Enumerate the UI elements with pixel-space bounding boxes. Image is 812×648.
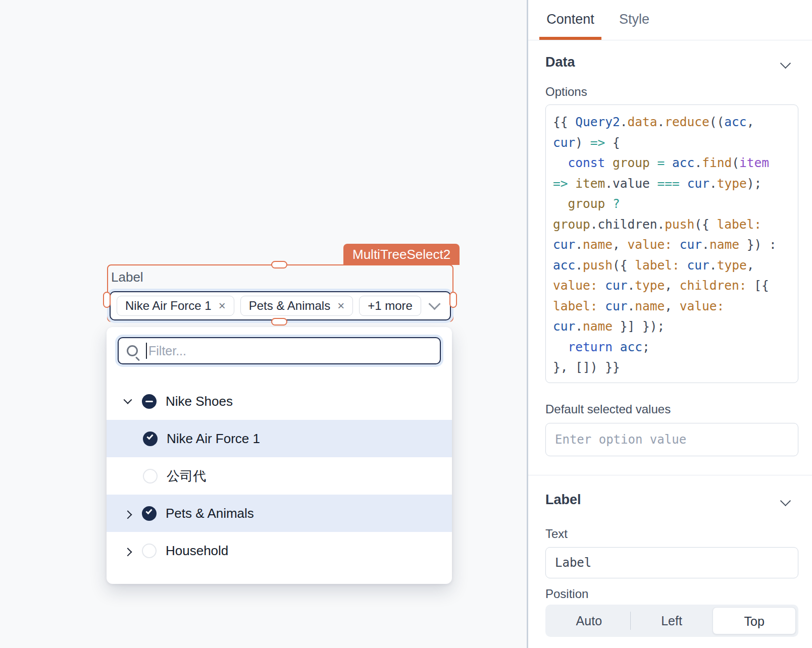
code-line: => item.value === cur.type); [553, 174, 798, 194]
chevron-down-icon[interactable] [780, 58, 791, 69]
tree-item-label: Pets & Animals [166, 506, 254, 521]
tree-item-label: Nike Air Force 1 [167, 431, 260, 447]
tab-content[interactable]: Content [539, 0, 601, 40]
checkbox-unchecked[interactable] [142, 544, 157, 558]
label-section-title: Label [545, 492, 581, 508]
remove-chip-icon[interactable]: × [337, 300, 344, 312]
widget-label: Label [111, 269, 143, 285]
search-icon [127, 345, 138, 356]
tree-item[interactable]: Nike Shoes [107, 383, 452, 420]
section-divider [528, 475, 812, 475]
options-tree: Nike ShoesNike Air Force 1公司代Pets & Anim… [107, 383, 452, 569]
position-label: Position [545, 587, 588, 601]
text-label: Text [545, 527, 568, 541]
code-line: const group = acc.find(item [553, 153, 798, 174]
chip-label: Nike Air Force 1 [125, 299, 212, 313]
checkbox-checked[interactable] [142, 506, 157, 521]
chevron-right-icon[interactable] [124, 510, 132, 519]
code-line: cur) => { [553, 133, 798, 153]
position-segmented-control: AutoLeftTop [545, 605, 798, 637]
dropdown-panel: Nike ShoesNike Air Force 1公司代Pets & Anim… [107, 327, 452, 584]
tree-item-label: Nike Shoes [166, 394, 233, 409]
tree-item[interactable]: 公司代 [107, 457, 452, 495]
multiselect-control[interactable]: Nike Air Force 1×Pets & Animals×+1 more [110, 291, 451, 320]
code-line: cur.name }] }); [553, 316, 798, 337]
inspector-panel: Content Style Data Options {{ Query2.dat… [527, 0, 812, 648]
tree-item[interactable]: Household [107, 532, 452, 569]
remove-chip-icon[interactable]: × [219, 300, 226, 312]
options-label: Options [545, 85, 587, 99]
filter-field[interactable] [118, 337, 441, 364]
resize-handle-left[interactable] [103, 292, 111, 308]
tree-item-label: Household [166, 543, 228, 559]
default-selected-label: Default selected values [545, 402, 671, 416]
tree-item[interactable]: Nike Air Force 1 [107, 420, 452, 457]
check-icon [146, 433, 153, 440]
chevron-down-icon[interactable] [124, 396, 132, 404]
chevron-right-icon[interactable] [124, 548, 132, 556]
position-option-auto[interactable]: Auto [548, 607, 630, 634]
code-line: }, []) }} [553, 357, 798, 378]
tree-item[interactable]: Pets & Animals [107, 495, 452, 532]
component-name-tag[interactable]: MultiTreeSelect2 [343, 244, 460, 265]
default-selected-input[interactable] [545, 423, 798, 456]
checkbox-unchecked[interactable] [143, 469, 158, 483]
chevron-down-icon[interactable] [428, 298, 440, 310]
text-cursor [146, 343, 147, 359]
more-options-chip[interactable]: +1 more [359, 296, 421, 316]
code-line: group ? [553, 194, 798, 214]
resize-handle-bottom[interactable] [271, 318, 287, 326]
tab-style[interactable]: Style [614, 0, 654, 40]
tree-item-label: 公司代 [167, 467, 206, 485]
app-canvas: MultiTreeSelect2 Label Nike Air Force 1×… [0, 0, 527, 648]
chip-label: Pets & Animals [249, 299, 330, 313]
inspector-tabs: Content Style [528, 0, 812, 40]
checkbox-indeterminate[interactable] [142, 394, 157, 409]
chevron-down-icon[interactable] [780, 496, 791, 506]
position-option-left[interactable]: Left [631, 607, 713, 634]
label-text-input[interactable] [545, 547, 798, 578]
minus-icon [145, 401, 153, 403]
checkbox-checked[interactable] [143, 431, 158, 446]
code-line: {{ Query2.data.reduce((acc, [553, 112, 798, 133]
check-icon [145, 507, 152, 514]
options-code-editor[interactable]: {{ Query2.data.reduce((acc,cur) => { con… [545, 104, 798, 383]
code-line: label: cur.name, value: [553, 296, 798, 317]
data-section-title: Data [545, 55, 575, 70]
position-option-top[interactable]: Top [713, 607, 796, 634]
code-line: cur.name, value: cur.name }) : [553, 235, 798, 255]
selected-option-chip[interactable]: Nike Air Force 1× [117, 296, 234, 316]
resize-handle-top[interactable] [271, 261, 287, 268]
code-line: value: cur.type, children: [{ [553, 276, 798, 296]
filter-input[interactable] [148, 344, 432, 358]
resize-handle-right[interactable] [449, 292, 457, 308]
code-line: return acc; [553, 337, 798, 358]
selected-option-chip[interactable]: Pets & Animals× [240, 296, 353, 316]
code-line: acc.push({ label: cur.type, [553, 255, 798, 276]
code-line: group.children.push({ label: [553, 214, 798, 235]
